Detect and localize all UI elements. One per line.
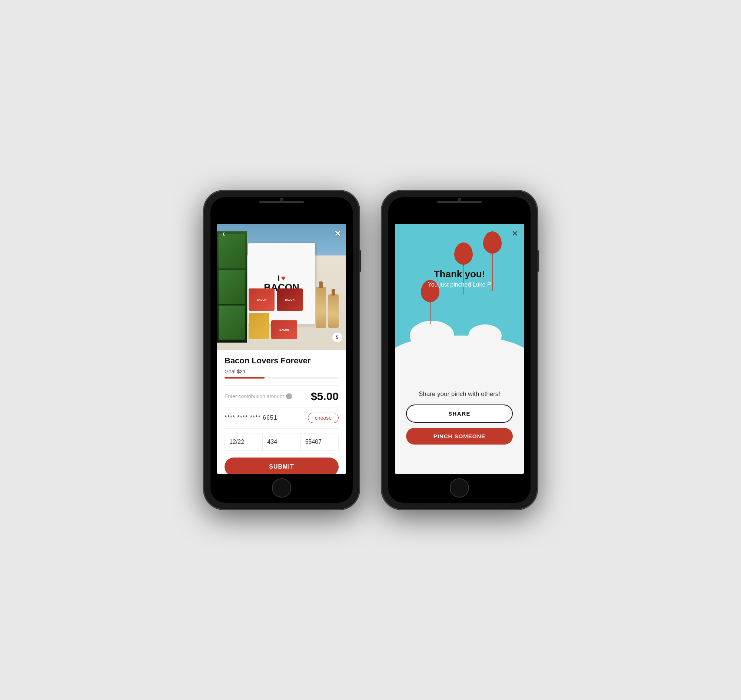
tshirt-i-love: I ♥ (277, 274, 285, 282)
shelf-item-3 (219, 306, 245, 340)
product-image: I ♥ BACON (217, 224, 346, 350)
tshirt-heart: ♥ (281, 274, 286, 282)
expiry-field[interactable]: 12/22 (225, 434, 263, 450)
phone-2-home-button[interactable] (450, 478, 469, 497)
contribution-label: Enter contribution amount i (225, 393, 292, 399)
bacon-box-2 (277, 288, 303, 311)
choose-button[interactable]: choose (308, 413, 339, 423)
cloud-shape (395, 335, 524, 362)
card-row: **** **** **** 6651 choose (225, 407, 339, 429)
divider-1 (225, 385, 339, 385)
phone-2-inner: ✕ Thank you! (388, 197, 531, 503)
teal-section: ✕ Thank you! (395, 224, 524, 362)
phone-1-inner: I ♥ BACON (210, 197, 353, 503)
close-button-1[interactable]: ✕ (334, 229, 341, 239)
goal-amount: $21 (237, 369, 245, 375)
balloon-3-string (430, 302, 430, 324)
zip-field[interactable]: 55407 (301, 434, 338, 450)
thank-you-content: Thank you! You just pinched Luke P (395, 224, 524, 288)
info-icon[interactable]: i (286, 393, 292, 399)
phone-1-side-btn (359, 250, 361, 272)
shelf-item-1 (219, 234, 245, 268)
image-badge: 5 (332, 332, 342, 343)
thank-you-title: Thank you! (395, 268, 524, 280)
contribution-row: Enter contribution amount i $5.00 (225, 390, 339, 403)
shelf-item-2 (219, 270, 245, 304)
fields-row: 12/22 434 55407 (225, 433, 339, 451)
goal-line: Goal $21 (225, 369, 339, 375)
phone-1-home-button[interactable] (272, 478, 291, 497)
store-shelf-left (217, 231, 247, 343)
submit-button[interactable]: SUBMIT (225, 457, 339, 474)
phone-1-screen: I ♥ BACON (217, 224, 346, 474)
bottom-section: Share your pinch with others! SHARE PINC… (395, 362, 524, 474)
phone-2-side-btn (537, 250, 539, 272)
bacon-box-1 (249, 288, 274, 311)
progress-bar-fill (225, 377, 264, 379)
moonshine-jar (249, 313, 269, 339)
contribution-amount[interactable]: $5.00 (311, 390, 339, 403)
bacon-products-area (249, 288, 324, 339)
thank-you-subtitle: You just pinched Luke P (395, 281, 524, 288)
goal-label: Goal (225, 369, 236, 375)
contribution-placeholder: Enter contribution amount (225, 393, 284, 399)
pinch-someone-button[interactable]: PINCH SOMEONE (406, 428, 513, 444)
product-title: Bacon Lovers Forever (225, 356, 339, 366)
phone-1: I ♥ BACON (204, 191, 359, 509)
phone-1-speaker (259, 201, 304, 203)
phone-2: ✕ Thank you! (382, 191, 537, 509)
store-image-background: I ♥ BACON (217, 224, 346, 350)
tshirt-i-text: I (277, 274, 280, 282)
share-prompt: Share your pinch with others! (419, 390, 500, 398)
phone-2-screen: ✕ Thank you! (395, 224, 524, 474)
card-number: **** **** **** 6651 (225, 415, 277, 421)
close-button-2[interactable]: ✕ (512, 229, 518, 238)
bottle-2 (328, 294, 339, 328)
thank-you-screen: ✕ Thank you! (395, 224, 524, 474)
share-button[interactable]: SHARE (406, 404, 513, 423)
progress-bar-container (225, 377, 339, 379)
back-button[interactable]: ‹ (222, 229, 225, 239)
content-area: Bacon Lovers Forever Goal $21 Enter cont… (217, 350, 346, 474)
bacon-box-3 (271, 321, 297, 339)
phones-container: I ♥ BACON (204, 191, 537, 509)
phone-2-speaker (437, 201, 482, 203)
cvv-field[interactable]: 434 (263, 434, 301, 450)
